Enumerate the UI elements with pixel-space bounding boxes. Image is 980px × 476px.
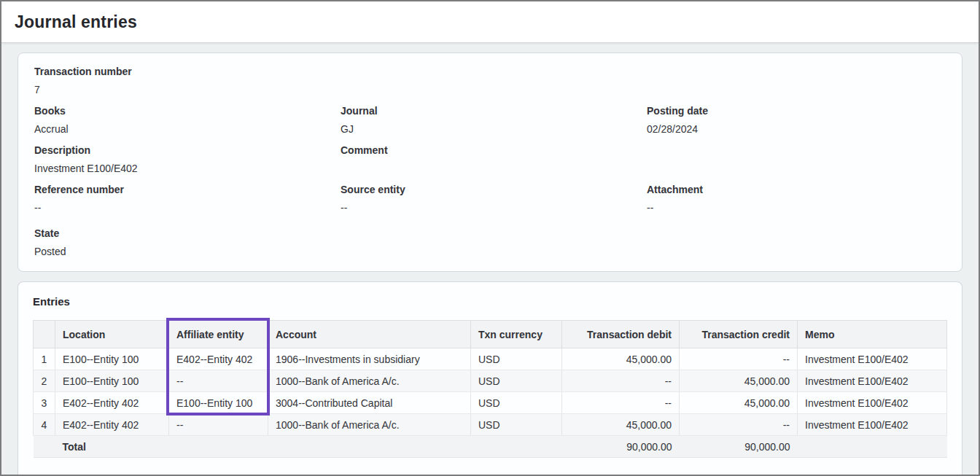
cell-account: 1000--Bank of America A/c. <box>268 370 471 392</box>
field-transaction-number: Transaction number 7 <box>34 66 341 96</box>
cell-txn-currency: USD <box>471 370 562 392</box>
cell-memo: Investment E100/E402 <box>798 414 947 436</box>
cell-affiliate-entity: -- <box>169 370 268 392</box>
cell-transaction-credit: 45,000.00 <box>680 392 798 414</box>
cell-transaction-credit: -- <box>680 348 798 370</box>
cell-transaction-credit: 45,000.00 <box>680 370 798 392</box>
column-header-account: Account <box>268 321 471 348</box>
column-header-location: Location <box>55 321 169 348</box>
column-header-transaction-debit: Transaction debit <box>562 321 680 348</box>
total-memo-spacer <box>798 436 947 458</box>
cell-row-number: 4 <box>34 414 55 436</box>
total-row-spacer <box>34 436 55 458</box>
field-value: Investment E100/E402 <box>34 163 341 175</box>
cell-location: E402--Entity 402 <box>55 392 169 414</box>
field-label: State <box>34 227 341 240</box>
table-row: 3 E402--Entity 402 E100--Entity 100 3004… <box>34 392 947 414</box>
cell-row-number: 1 <box>34 348 55 370</box>
field-label: Transaction number <box>34 66 341 78</box>
cell-location: E402--Entity 402 <box>55 414 169 436</box>
field-posting-date: Posting date 02/28/2024 <box>647 105 946 136</box>
cell-memo: Investment E100/E402 <box>798 392 947 414</box>
field-source-entity: Source entity -- <box>341 184 647 214</box>
field-value: 02/28/2024 <box>647 123 946 136</box>
field-value <box>341 163 647 175</box>
total-debit: 90,000.00 <box>562 436 680 458</box>
field-state: State Posted <box>34 227 341 258</box>
field-label: Comment <box>341 144 647 157</box>
field-label: Source entity <box>341 184 647 196</box>
field-label: Posting date <box>647 105 946 117</box>
cell-transaction-debit: -- <box>562 392 680 414</box>
field-label: Description <box>34 144 341 157</box>
field-value: Accrual <box>34 123 341 136</box>
field-label: Books <box>34 105 341 117</box>
field-value: 7 <box>34 84 341 96</box>
table-row: 4 E402--Entity 402 -- 1000--Bank of Amer… <box>34 414 947 436</box>
field-attachment: Attachment -- <box>647 184 946 214</box>
total-label: Total <box>55 436 562 458</box>
cell-row-number: 3 <box>34 392 55 414</box>
cell-txn-currency: USD <box>471 392 562 414</box>
journal-entry-view: Journal entries Transaction number 7 Boo… <box>0 0 980 476</box>
column-header-memo: Memo <box>798 321 947 348</box>
field-reference-number: Reference number -- <box>34 184 341 214</box>
column-header-affiliate-entity: Affiliate entity <box>169 321 268 348</box>
details-panel: Transaction number 7 Books Accrual Journ… <box>18 52 962 272</box>
field-journal: Journal GJ <box>341 105 647 136</box>
column-header-row-number <box>34 321 55 348</box>
field-description: Description Investment E100/E402 <box>34 144 341 175</box>
entries-table: Location Affiliate entity Account Txn cu… <box>33 320 947 458</box>
cell-transaction-debit: 45,000.00 <box>562 414 680 436</box>
cell-transaction-credit: -- <box>680 414 798 436</box>
field-value: -- <box>341 202 647 214</box>
total-credit: 90,000.00 <box>680 436 798 458</box>
page-header: Journal entries <box>1 1 979 43</box>
field-label: Journal <box>341 105 647 117</box>
table-row: 1 E100--Entity 100 E402--Entity 402 1906… <box>34 348 947 370</box>
entries-heading: Entries <box>33 295 947 308</box>
cell-transaction-debit: -- <box>562 370 680 392</box>
field-label: Reference number <box>34 184 341 196</box>
entries-table-container: Location Affiliate entity Account Txn cu… <box>33 320 947 458</box>
field-label: Attachment <box>647 184 946 196</box>
cell-memo: Investment E100/E402 <box>798 370 947 392</box>
status-value: Posted <box>34 246 341 258</box>
field-comment: Comment <box>341 144 647 175</box>
cell-txn-currency: USD <box>471 414 562 436</box>
cell-transaction-debit: 45,000.00 <box>562 348 680 370</box>
cell-affiliate-entity: E402--Entity 402 <box>169 348 268 370</box>
page-title: Journal entries <box>15 12 137 32</box>
page-content: Transaction number 7 Books Accrual Journ… <box>1 43 979 475</box>
cell-location: E100--Entity 100 <box>55 370 169 392</box>
field-value: -- <box>647 202 946 214</box>
field-value: GJ <box>341 123 647 136</box>
cell-affiliate-entity: -- <box>169 414 268 436</box>
table-header-row: Location Affiliate entity Account Txn cu… <box>34 321 947 348</box>
cell-account: 3004--Contributed Capital <box>268 392 471 414</box>
field-value: -- <box>34 202 341 214</box>
cell-memo: Investment E100/E402 <box>798 348 947 370</box>
field-books: Books Accrual <box>34 105 341 136</box>
cell-row-number: 2 <box>34 370 55 392</box>
cell-account: 1000--Bank of America A/c. <box>268 414 471 436</box>
details-fields: Transaction number 7 Books Accrual Journ… <box>34 66 946 267</box>
column-header-txn-currency: Txn currency <box>471 321 562 348</box>
table-row: 2 E100--Entity 100 -- 1000--Bank of Amer… <box>34 370 947 392</box>
cell-affiliate-entity: E100--Entity 100 <box>169 392 268 414</box>
column-header-transaction-credit: Transaction credit <box>680 321 798 348</box>
cell-location: E100--Entity 100 <box>55 348 169 370</box>
table-total-row: Total 90,000.00 90,000.00 <box>34 436 947 458</box>
cell-account: 1906--Investments in subsidiary <box>268 348 471 370</box>
entries-panel: Entries Location Affiliate entity Accoun… <box>18 281 962 475</box>
cell-txn-currency: USD <box>471 348 562 370</box>
